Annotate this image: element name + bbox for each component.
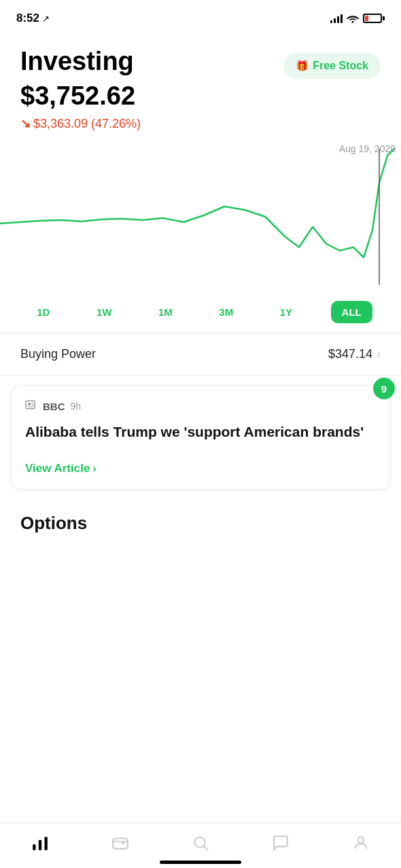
news-card: 9 BBC 9h Alibaba tells Trump we 'support… [11, 385, 390, 490]
period-1m[interactable]: 1M [150, 302, 181, 322]
period-3m[interactable]: 3M [211, 302, 241, 322]
buying-power-label: Buying Power [20, 347, 96, 361]
person-icon [352, 834, 370, 852]
svg-rect-6 [33, 844, 35, 850]
period-1w[interactable]: 1W [88, 302, 120, 322]
nav-messages[interactable] [258, 831, 303, 854]
status-icons [330, 14, 385, 23]
gift-icon: 🎁 [296, 60, 309, 72]
time-selector: 1D 1W 1M 3M 1Y ALL [0, 291, 401, 333]
period-all[interactable]: ALL [331, 301, 372, 323]
notification-badge: 9 [373, 378, 395, 399]
chat-icon [272, 834, 290, 852]
period-1d[interactable]: 1D [29, 302, 58, 322]
location-icon: ↗ [42, 14, 50, 24]
news-time: 9h [71, 401, 82, 412]
status-bar: 8:52 ↗ [0, 0, 401, 34]
free-stock-label: Free Stock [313, 60, 368, 72]
newspaper-icon [25, 399, 37, 413]
view-article-label: View Article [25, 462, 90, 475]
svg-rect-8 [45, 837, 48, 850]
free-stock-button[interactable]: 🎁 Free Stock [283, 53, 381, 79]
portfolio-value: $3,752.62 [20, 82, 381, 111]
chevron-right-icon: › [377, 347, 381, 361]
period-1y[interactable]: 1Y [272, 302, 300, 322]
stock-chart: Aug 19, 2020 [0, 142, 401, 291]
change-down-icon: ↘ [20, 116, 31, 131]
page-title: Investing [20, 48, 134, 76]
news-source-row: BBC 9h [25, 399, 376, 413]
nav-account[interactable] [98, 831, 143, 854]
nav-search[interactable] [178, 831, 223, 854]
buying-power-value: $347.14 [328, 347, 372, 361]
view-article-button[interactable]: View Article › [25, 462, 97, 475]
change-amount: $3,363.09 (47.26%) [33, 117, 141, 131]
wallet-icon [111, 834, 129, 852]
svg-point-12 [358, 837, 364, 843]
svg-line-11 [204, 846, 208, 850]
view-article-chevron-icon: › [92, 463, 96, 475]
news-headline: Alibaba tells Trump we 'support American… [25, 422, 376, 441]
wifi-icon [347, 14, 359, 23]
options-section: Options [0, 499, 401, 541]
chart-icon [31, 834, 49, 852]
header-row: Investing 🎁 Free Stock [20, 48, 381, 79]
battery-icon [363, 14, 385, 23]
status-time: 8:52 [16, 12, 39, 25]
chart-date: Aug 19, 2020 [339, 143, 396, 154]
buying-power-value-row: $347.14 › [328, 347, 381, 361]
svg-rect-2 [28, 403, 31, 405]
nav-home[interactable] [18, 831, 63, 854]
search-icon [192, 834, 209, 852]
svg-point-10 [194, 837, 205, 847]
signal-bars [330, 14, 343, 23]
svg-rect-9 [113, 839, 128, 849]
news-source: BBC [43, 401, 65, 412]
svg-rect-7 [39, 840, 41, 850]
options-title: Options [20, 513, 381, 534]
change-row: ↘ $3,363.09 (47.26%) [20, 116, 381, 131]
nav-profile[interactable] [338, 831, 383, 854]
buying-power-row[interactable]: Buying Power $347.14 › [0, 333, 401, 376]
home-indicator [160, 861, 241, 864]
